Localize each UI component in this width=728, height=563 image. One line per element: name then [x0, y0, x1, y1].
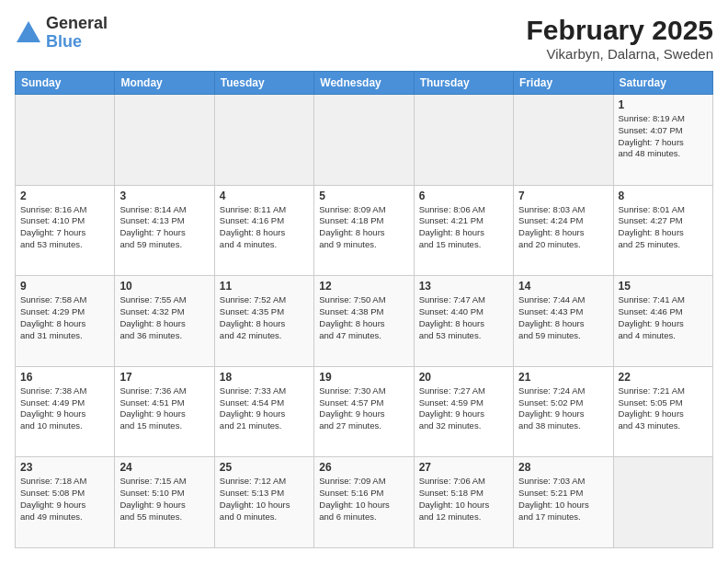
day-number: 20: [419, 371, 508, 384]
calendar-cell: 5Sunrise: 8:09 AM Sunset: 4:18 PM Daylig…: [314, 185, 414, 276]
calendar-table: SundayMondayTuesdayWednesdayThursdayFrid…: [15, 71, 713, 548]
calendar-cell: 17Sunrise: 7:36 AM Sunset: 4:51 PM Dayli…: [115, 366, 214, 457]
weekday-header: Sunday: [16, 72, 115, 95]
calendar-cell: 8Sunrise: 8:01 AM Sunset: 4:27 PM Daylig…: [613, 185, 712, 276]
weekday-header: Wednesday: [314, 72, 414, 95]
day-info: Sunrise: 7:06 AM Sunset: 5:18 PM Dayligh…: [419, 476, 508, 523]
day-number: 25: [220, 461, 309, 474]
day-info: Sunrise: 7:58 AM Sunset: 4:29 PM Dayligh…: [20, 294, 109, 341]
day-number: 15: [619, 280, 708, 293]
day-number: 10: [119, 280, 209, 293]
header: General Blue February 2025 Vikarbyn, Dal…: [15, 15, 713, 62]
calendar-cell: 14Sunrise: 7:44 AM Sunset: 4:43 PM Dayli…: [514, 276, 613, 367]
calendar-cell: [613, 457, 712, 548]
day-info: Sunrise: 7:21 AM Sunset: 5:05 PM Dayligh…: [619, 385, 708, 432]
day-info: Sunrise: 7:33 AM Sunset: 4:54 PM Dayligh…: [220, 385, 309, 432]
day-number: 4: [220, 190, 309, 202]
day-number: 16: [20, 371, 109, 384]
day-info: Sunrise: 8:14 AM Sunset: 4:13 PM Dayligh…: [119, 204, 209, 251]
day-info: Sunrise: 7:55 AM Sunset: 4:32 PM Dayligh…: [119, 294, 209, 341]
calendar-week-row: 1Sunrise: 8:19 AM Sunset: 4:07 PM Daylig…: [16, 95, 713, 186]
day-info: Sunrise: 7:03 AM Sunset: 5:21 PM Dayligh…: [518, 476, 608, 523]
calendar-cell: [314, 95, 414, 186]
day-number: 24: [119, 461, 209, 474]
day-info: Sunrise: 7:38 AM Sunset: 4:49 PM Dayligh…: [20, 385, 109, 432]
day-info: Sunrise: 8:19 AM Sunset: 4:07 PM Dayligh…: [619, 113, 708, 160]
day-info: Sunrise: 7:52 AM Sunset: 4:35 PM Dayligh…: [220, 294, 309, 341]
calendar-cell: 9Sunrise: 7:58 AM Sunset: 4:29 PM Daylig…: [16, 276, 115, 367]
day-number: 5: [319, 190, 408, 202]
calendar-cell: 6Sunrise: 8:06 AM Sunset: 4:21 PM Daylig…: [414, 185, 513, 276]
calendar-cell: 7Sunrise: 8:03 AM Sunset: 4:24 PM Daylig…: [514, 185, 613, 276]
day-info: Sunrise: 7:09 AM Sunset: 5:16 PM Dayligh…: [319, 476, 408, 523]
calendar-body: 1Sunrise: 8:19 AM Sunset: 4:07 PM Daylig…: [16, 95, 713, 548]
day-info: Sunrise: 7:41 AM Sunset: 4:46 PM Dayligh…: [619, 294, 708, 341]
calendar-cell: 13Sunrise: 7:47 AM Sunset: 4:40 PM Dayli…: [414, 276, 513, 367]
calendar-week-row: 9Sunrise: 7:58 AM Sunset: 4:29 PM Daylig…: [16, 276, 713, 367]
day-info: Sunrise: 7:30 AM Sunset: 4:57 PM Dayligh…: [319, 385, 408, 432]
calendar-cell: 27Sunrise: 7:06 AM Sunset: 5:18 PM Dayli…: [414, 457, 513, 548]
weekday-header: Friday: [514, 72, 613, 95]
calendar-cell: 26Sunrise: 7:09 AM Sunset: 5:16 PM Dayli…: [314, 457, 414, 548]
calendar-cell: 28Sunrise: 7:03 AM Sunset: 5:21 PM Dayli…: [514, 457, 613, 548]
day-number: 18: [220, 371, 309, 384]
day-number: 12: [319, 280, 408, 293]
day-number: 2: [20, 190, 109, 202]
day-number: 22: [619, 371, 708, 384]
calendar-cell: 19Sunrise: 7:30 AM Sunset: 4:57 PM Dayli…: [314, 366, 414, 457]
day-info: Sunrise: 8:01 AM Sunset: 4:27 PM Dayligh…: [619, 204, 708, 251]
calendar-cell: [514, 95, 613, 186]
day-number: 6: [419, 190, 508, 202]
calendar-cell: 3Sunrise: 8:14 AM Sunset: 4:13 PM Daylig…: [115, 185, 214, 276]
calendar-cell: 23Sunrise: 7:18 AM Sunset: 5:08 PM Dayli…: [16, 457, 115, 548]
day-number: 3: [119, 190, 209, 202]
weekday-header: Tuesday: [214, 72, 313, 95]
calendar-cell: 1Sunrise: 8:19 AM Sunset: 4:07 PM Daylig…: [613, 95, 712, 186]
calendar-cell: 12Sunrise: 7:50 AM Sunset: 4:38 PM Dayli…: [314, 276, 414, 367]
day-number: 17: [119, 371, 209, 384]
calendar-cell: 18Sunrise: 7:33 AM Sunset: 4:54 PM Dayli…: [214, 366, 313, 457]
title-block: February 2025 Vikarbyn, Dalarna, Sweden: [527, 15, 713, 62]
calendar-cell: 11Sunrise: 7:52 AM Sunset: 4:35 PM Dayli…: [214, 276, 313, 367]
weekday-header: Monday: [115, 72, 214, 95]
logo-text: General Blue: [46, 15, 108, 52]
day-info: Sunrise: 7:44 AM Sunset: 4:43 PM Dayligh…: [518, 294, 608, 341]
calendar-cell: 4Sunrise: 8:11 AM Sunset: 4:16 PM Daylig…: [214, 185, 313, 276]
day-number: 14: [518, 280, 608, 293]
day-number: 27: [419, 461, 508, 474]
day-info: Sunrise: 7:47 AM Sunset: 4:40 PM Dayligh…: [419, 294, 508, 341]
day-number: 28: [518, 461, 608, 474]
calendar-cell: [214, 95, 313, 186]
calendar-week-row: 2Sunrise: 8:16 AM Sunset: 4:10 PM Daylig…: [16, 185, 713, 276]
logo-line2: Blue: [46, 33, 108, 52]
calendar-subtitle: Vikarbyn, Dalarna, Sweden: [527, 46, 713, 62]
calendar-cell: 20Sunrise: 7:27 AM Sunset: 4:59 PM Dayli…: [414, 366, 513, 457]
logo-icon: [15, 19, 42, 47]
calendar-cell: [414, 95, 513, 186]
day-info: Sunrise: 8:06 AM Sunset: 4:21 PM Dayligh…: [419, 204, 508, 251]
day-number: 1: [619, 98, 708, 111]
calendar-title: February 2025: [527, 15, 713, 46]
day-info: Sunrise: 7:27 AM Sunset: 4:59 PM Dayligh…: [419, 385, 508, 432]
day-number: 9: [20, 280, 109, 293]
day-info: Sunrise: 7:15 AM Sunset: 5:10 PM Dayligh…: [119, 476, 209, 523]
svg-rect-1: [22, 38, 35, 42]
calendar-cell: 10Sunrise: 7:55 AM Sunset: 4:32 PM Dayli…: [115, 276, 214, 367]
calendar-cell: 25Sunrise: 7:12 AM Sunset: 5:13 PM Dayli…: [214, 457, 313, 548]
calendar-cell: 2Sunrise: 8:16 AM Sunset: 4:10 PM Daylig…: [16, 185, 115, 276]
day-number: 26: [319, 461, 408, 474]
day-info: Sunrise: 7:36 AM Sunset: 4:51 PM Dayligh…: [119, 385, 209, 432]
calendar-cell: 21Sunrise: 7:24 AM Sunset: 5:02 PM Dayli…: [514, 366, 613, 457]
calendar-week-row: 23Sunrise: 7:18 AM Sunset: 5:08 PM Dayli…: [16, 457, 713, 548]
calendar-cell: [115, 95, 214, 186]
day-info: Sunrise: 7:18 AM Sunset: 5:08 PM Dayligh…: [20, 476, 109, 523]
day-info: Sunrise: 8:03 AM Sunset: 4:24 PM Dayligh…: [518, 204, 608, 251]
day-number: 8: [619, 190, 708, 202]
weekday-header: Thursday: [414, 72, 513, 95]
weekday-header-row: SundayMondayTuesdayWednesdayThursdayFrid…: [16, 72, 713, 95]
calendar-cell: 15Sunrise: 7:41 AM Sunset: 4:46 PM Dayli…: [613, 276, 712, 367]
calendar-cell: 16Sunrise: 7:38 AM Sunset: 4:49 PM Dayli…: [16, 366, 115, 457]
logo: General Blue: [15, 15, 108, 52]
calendar-cell: [16, 95, 115, 186]
calendar-cell: 22Sunrise: 7:21 AM Sunset: 5:05 PM Dayli…: [613, 366, 712, 457]
